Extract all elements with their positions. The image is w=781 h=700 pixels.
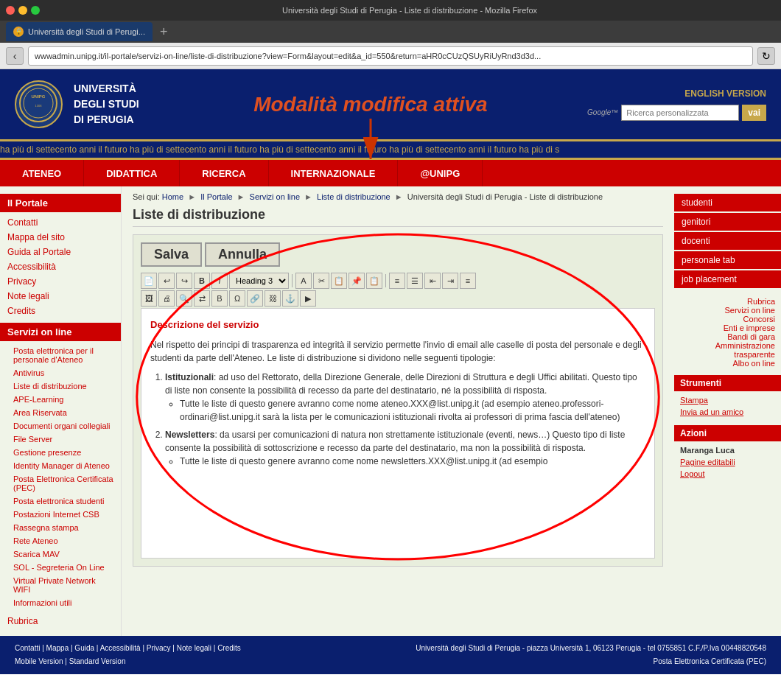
sidebar-link-pec[interactable]: Posta Elettronica Certificata (PEC): [0, 472, 121, 494]
toolbar-replace[interactable]: ⇄: [194, 290, 210, 307]
right-link-rubrica[interactable]: Rubrica: [680, 297, 775, 306]
save-button[interactable]: Salva: [141, 242, 202, 267]
sidebar-link-rubrica[interactable]: Rubrica: [0, 614, 121, 629]
toolbar-indent-r[interactable]: ⇥: [442, 273, 458, 289]
reload-button[interactable]: ↻: [757, 47, 775, 65]
toolbar-text-color[interactable]: A: [295, 273, 312, 289]
right-link-stampa[interactable]: Stampa: [674, 394, 781, 406]
main-content: Sei qui: Home ► Il Portale ► Servizi on …: [122, 186, 674, 636]
nav-item-ateneo[interactable]: ATENEO: [0, 160, 84, 186]
sidebar-link-gestione-presenze[interactable]: Gestione presenze: [0, 446, 121, 459]
right-nav-genitori[interactable]: genitori: [674, 213, 781, 231]
right-link-servizi[interactable]: Servizi on line: [680, 306, 775, 315]
toolbar-indent-l[interactable]: ⇤: [424, 273, 441, 289]
right-nav-studenti[interactable]: studenti: [674, 194, 781, 211]
sidebar-link-antivirus[interactable]: Antivirus: [0, 366, 121, 379]
modifica-arrow: [341, 119, 400, 170]
sidebar-link-sol[interactable]: SOL - Segreteria On Line: [0, 561, 121, 574]
toolbar-cut[interactable]: ✂: [313, 273, 329, 289]
sidebar-link-area-riservata[interactable]: Area Riservata: [0, 406, 121, 419]
back-button[interactable]: ‹: [6, 47, 24, 65]
sidebar-link-accessibilita[interactable]: Accessibilità: [0, 259, 121, 274]
address-input[interactable]: [28, 46, 753, 66]
toolbar-anchor[interactable]: ⚓: [282, 290, 298, 307]
search-button[interactable]: vai: [742, 105, 766, 121]
right-sidebar: studenti genitori docenti personale tab …: [674, 186, 781, 636]
toolbar-redo[interactable]: ↪: [176, 273, 192, 289]
toolbar-print[interactable]: 🖨: [158, 290, 175, 307]
right-link-logout[interactable]: Logout: [674, 468, 781, 480]
sidebar-link-ape[interactable]: APE-Learning: [0, 393, 121, 406]
toolbar-align[interactable]: ≡: [460, 273, 476, 289]
right-nav-job[interactable]: job placement: [674, 270, 781, 288]
window-controls[interactable]: [6, 6, 40, 15]
toolbar-list-ol[interactable]: ≡: [389, 273, 405, 289]
google-label: Google™: [587, 108, 618, 116]
header-right: ENGLISH VERSION Google™ vai: [587, 88, 766, 121]
sidebar-link-credits[interactable]: Credits: [0, 304, 121, 318]
maximize-button[interactable]: [31, 6, 40, 15]
sidebar-link-documenti[interactable]: Documenti organi collegiali: [0, 419, 121, 433]
cancel-button[interactable]: Annulla: [205, 242, 280, 267]
toolbar-list-ul[interactable]: ☰: [407, 273, 423, 289]
right-nav-personale[interactable]: personale tab: [674, 251, 781, 269]
toolbar-map[interactable]: B: [211, 290, 228, 307]
toolbar-copy[interactable]: 📋: [331, 273, 347, 289]
toolbar-media[interactable]: ▶: [300, 290, 316, 307]
sidebar-link-rete-ateneo[interactable]: Rete Ateneo: [0, 534, 121, 547]
sidebar-link-liste[interactable]: Liste di distribuzione: [0, 379, 121, 393]
sidebar-link-rassegna[interactable]: Rassegna stampa: [0, 521, 121, 534]
new-tab-button[interactable]: +: [155, 24, 172, 40]
right-link-bandi[interactable]: Bandi di gara: [680, 332, 775, 341]
sidebar-link-identity[interactable]: Identity Manager di Ateneo: [0, 459, 121, 472]
toolbar-link[interactable]: 🔗: [247, 290, 263, 307]
page-title: Liste di distribuzione: [133, 207, 663, 227]
browser-tab[interactable]: 🔒 Università degli Studi di Perugi...: [6, 22, 153, 41]
sidebar-link-scarica-mav[interactable]: Scarica MAV: [0, 547, 121, 561]
breadcrumb-home[interactable]: Home: [162, 192, 183, 201]
sidebar-link-file-server[interactable]: File Server: [0, 433, 121, 446]
breadcrumb-liste[interactable]: Liste di distribuzione: [317, 192, 390, 201]
right-link-enti[interactable]: Enti e imprese: [680, 323, 775, 332]
sidebar-link-guida[interactable]: Guida al Portale: [0, 245, 121, 259]
right-link-invia[interactable]: Invia ad un amico: [674, 406, 781, 418]
sidebar-section-servizi: Servizi on line: [0, 323, 121, 341]
right-link-pagine[interactable]: Pagine editabili: [674, 456, 781, 468]
toolbar-bold[interactable]: B: [194, 273, 210, 289]
toolbar-unlink[interactable]: ⛓: [265, 290, 281, 307]
sidebar-link-mappa[interactable]: Mappa del sito: [0, 230, 121, 245]
sidebar-link-posta-studenti[interactable]: Posta elettronica studenti: [0, 494, 121, 508]
right-link-concorsi[interactable]: Concorsi: [680, 315, 775, 323]
sidebar-link-info-utili[interactable]: Informazioni utili: [0, 596, 121, 609]
toolbar-special-char[interactable]: Ω: [229, 290, 245, 307]
sidebar-link-postazioni[interactable]: Postazioni Internet CSB: [0, 508, 121, 521]
close-button[interactable]: [6, 6, 15, 15]
sidebar-link-privacy[interactable]: Privacy: [0, 274, 121, 289]
toolbar-search[interactable]: 🔍: [176, 290, 192, 307]
right-nav-docenti[interactable]: docenti: [674, 232, 781, 250]
sidebar-link-contatti[interactable]: Contatti: [0, 215, 121, 230]
toolbar-italic[interactable]: I: [211, 273, 228, 289]
minimize-button[interactable]: [18, 6, 27, 15]
breadcrumb-servizi[interactable]: Servizi on line: [250, 192, 300, 201]
heading-select[interactable]: Heading 3 Heading 1 Heading 2 Normal: [229, 273, 289, 289]
toolbar-new-doc[interactable]: 📄: [141, 273, 157, 289]
nav-item-ricerca[interactable]: RICERCA: [180, 160, 268, 186]
right-link-albo[interactable]: Albo on line: [680, 359, 775, 368]
breadcrumb-il-portale[interactable]: Il Portale: [200, 192, 232, 201]
english-version-link[interactable]: ENGLISH VERSION: [684, 88, 766, 99]
nav-item-didattica[interactable]: DIDATTICA: [84, 160, 180, 186]
right-link-amm[interactable]: Amministrazione trasparente: [680, 341, 775, 359]
toolbar-paste[interactable]: 📌: [349, 273, 365, 289]
sidebar-link-vpn[interactable]: Virtual Private Network WIFI: [0, 574, 121, 596]
item1-title: Istituzionali: [165, 372, 214, 382]
text-content-area[interactable]: Descrizione del servizio Nel rispetto de…: [141, 308, 655, 559]
toolbar-image[interactable]: 🖼: [141, 290, 157, 307]
nav-item-unipg[interactable]: @UNIPG: [398, 160, 483, 186]
search-input[interactable]: [621, 105, 739, 121]
sidebar-link-note-legali[interactable]: Note legali: [0, 289, 121, 304]
toolbar-undo[interactable]: ↩: [158, 273, 175, 289]
sidebar-link-posta-personale[interactable]: Posta elettronica per il personale d'Ate…: [0, 344, 121, 366]
content-list: Istituzionali: ad uso del Rettorato, del…: [165, 371, 645, 468]
toolbar-paste2[interactable]: 📋: [366, 273, 382, 289]
